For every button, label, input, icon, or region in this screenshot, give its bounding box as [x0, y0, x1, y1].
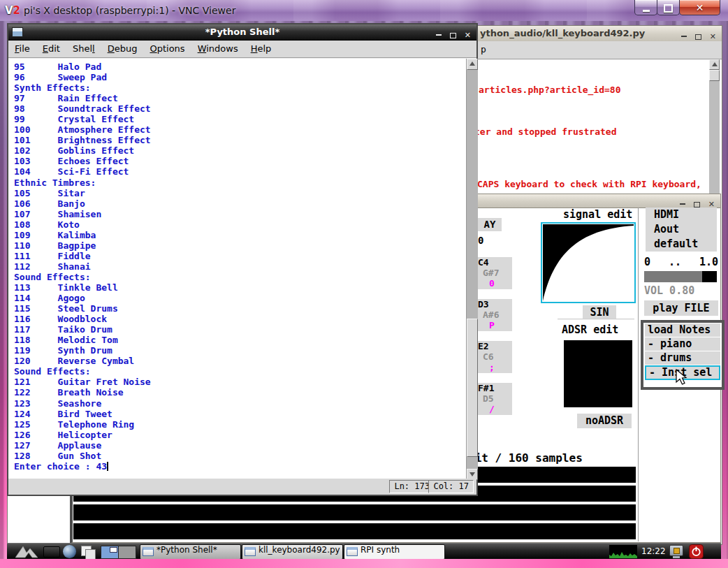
- scroll-up-icon[interactable]: [467, 59, 478, 70]
- taskbar-button-editor[interactable]: kll_keyboard492.py - /ho...: [242, 544, 343, 560]
- mouse-cursor-icon: [676, 369, 688, 386]
- menu-windows[interactable]: Windows: [191, 41, 245, 54]
- clock: 12:22: [641, 546, 666, 556]
- close-icon[interactable]: ✕: [708, 201, 715, 208]
- editor-scrollbar-thumb[interactable]: [709, 70, 720, 81]
- output-option-aout[interactable]: Aout: [654, 222, 717, 237]
- shell-text-area[interactable]: 95 Halo Pad 96 Sweep Pad Synth Effects: …: [8, 59, 467, 480]
- shell-output-text: 95 Halo Pad 96 Sweep Pad Synth Effects: …: [8, 59, 466, 461]
- menu-debug[interactable]: Debug: [101, 41, 144, 54]
- maximize-icon[interactable]: [695, 34, 701, 40]
- separator-line: [558, 319, 634, 320]
- monitor-stand: [673, 556, 680, 558]
- maximize-icon[interactable]: [450, 33, 456, 38]
- window-icon: [143, 547, 154, 556]
- shell-window-controls: ✕: [431, 28, 471, 41]
- shell-scrollbar[interactable]: [467, 59, 478, 480]
- shell-titlebar[interactable]: *Python Shell* ✕: [8, 24, 476, 41]
- vnc-maximize-button[interactable]: [657, 0, 680, 15]
- menu-options[interactable]: Options: [143, 41, 191, 54]
- scale-dots: ..: [669, 256, 681, 268]
- oscilloscope-bar: [73, 523, 636, 539]
- menu-file[interactable]: File: [8, 41, 36, 54]
- close-icon: ✕: [696, 1, 704, 15]
- signal-edit-label: signal edit: [563, 208, 632, 221]
- editor-code-line: articles.php?article_id=80: [479, 85, 621, 95]
- vnc-logo-icon: V2: [5, 3, 20, 17]
- shell-scrollbar-thumb[interactable]: [467, 319, 478, 457]
- editor-code-line: ter and stopped frustrated: [474, 126, 617, 137]
- editor-code-line: CAPS keyboard to check with RPI keyboard…: [477, 179, 701, 189]
- output-listbox[interactable]: HDMI Aout default: [646, 207, 717, 252]
- shell-statusbar: Ln: 173 Col: 17: [8, 479, 476, 495]
- output-option-default[interactable]: default: [654, 237, 717, 252]
- lock-screen-icon[interactable]: [669, 545, 683, 556]
- noadsr-button[interactable]: noADSR: [577, 414, 632, 428]
- vnc-close-button[interactable]: ✕: [679, 0, 720, 15]
- menu-item-drums[interactable]: - drums: [645, 351, 720, 365]
- file-manager-icon[interactable]: [43, 546, 60, 558]
- editor-window-title: ython_audio/kll_keyboard492.py: [480, 28, 645, 38]
- shell-window-title: *Python Shell*: [8, 27, 476, 37]
- play-file-button[interactable]: play FILE: [644, 300, 718, 316]
- sin-button[interactable]: SIN: [583, 305, 616, 320]
- taskbar: *Python Shell* kll_keyboard492.py - /ho.…: [7, 543, 721, 559]
- power-button[interactable]: [689, 544, 704, 559]
- minimize-icon: [643, 10, 650, 12]
- play-button-partial[interactable]: AY: [478, 218, 502, 231]
- menu-item-piano[interactable]: - piano: [645, 337, 720, 351]
- output-option-hdmi[interactable]: HDMI: [654, 207, 717, 222]
- shell-menubar: FileEditShellDebugOptionsWindowsHelp: [8, 41, 476, 59]
- samples-info-label: bit / 160 samples: [468, 451, 583, 465]
- volume-slider-handle[interactable]: [702, 271, 717, 282]
- window-icon: [347, 547, 358, 556]
- minimize-icon[interactable]: [681, 36, 687, 37]
- menu-shell[interactable]: Shell: [66, 41, 101, 54]
- taskbar-button-rpi-synth[interactable]: RPI synth: [344, 544, 445, 560]
- adsr-edit-label: ADSR edit: [562, 323, 618, 336]
- pager-desktop-1[interactable]: [101, 546, 119, 559]
- scale-max: 1.0: [699, 256, 718, 268]
- window-icon: [245, 547, 256, 556]
- oscilloscope-bar: [73, 504, 636, 520]
- minimize-icon[interactable]: [680, 203, 685, 205]
- line-number-indicator: Ln: 173: [389, 480, 435, 493]
- close-icon[interactable]: ✕: [710, 34, 716, 41]
- wallpaper-bottom-strip: [0, 559, 728, 568]
- minimize-icon[interactable]: [436, 34, 442, 36]
- editor-menu-fragment: p: [481, 44, 486, 54]
- lxde-menu-icon[interactable]: [14, 545, 39, 558]
- shell-prompt-text: Enter choice : 43: [14, 461, 107, 472]
- padlock-icon: [674, 548, 680, 554]
- column-number-indicator: Col: 17: [428, 480, 474, 493]
- vnc-window-title: pi's X desktop (raspberrypi:1) - VNC Vie…: [24, 5, 235, 16]
- signal-waveform-canvas[interactable]: [541, 222, 636, 303]
- panel-separator: [638, 207, 639, 541]
- volume-slider[interactable]: [644, 271, 717, 282]
- web-browser-icon[interactable]: [63, 545, 76, 558]
- counter-value-partial: 0: [478, 235, 483, 246]
- pager-window-thumb: [110, 547, 117, 553]
- pager-desktop-2[interactable]: [118, 546, 136, 559]
- vnc-minimize-button[interactable]: [634, 0, 657, 15]
- scroll-up-icon[interactable]: [709, 59, 720, 70]
- maximize-icon: [664, 4, 673, 13]
- close-icon[interactable]: ✕: [465, 32, 471, 39]
- cpu-monitor-widget[interactable]: [609, 545, 637, 558]
- text-cursor: [107, 462, 108, 471]
- menu-edit[interactable]: Edit: [36, 41, 66, 54]
- scale-min: 0: [644, 256, 650, 268]
- windows-overlap-icon-2[interactable]: [85, 549, 96, 560]
- volume-scale-labels: 0 .. 1.0: [644, 256, 718, 268]
- adsr-canvas[interactable]: [564, 340, 632, 407]
- maximize-icon[interactable]: [694, 202, 700, 207]
- volume-value-label: VOL 0.80: [644, 284, 694, 297]
- python-shell-window: *Python Shell* ✕ FileEditShellDebugOptio…: [7, 23, 478, 496]
- menu-help[interactable]: Help: [245, 41, 278, 54]
- shell-prompt-line: Enter choice : 43: [8, 461, 466, 472]
- load-notes-label[interactable]: load Notes: [645, 323, 720, 337]
- vnc-titlebar[interactable]: V2 pi's X desktop (raspberrypi:1) - VNC …: [0, 0, 728, 21]
- taskbar-button-python-shell[interactable]: *Python Shell*: [140, 544, 241, 560]
